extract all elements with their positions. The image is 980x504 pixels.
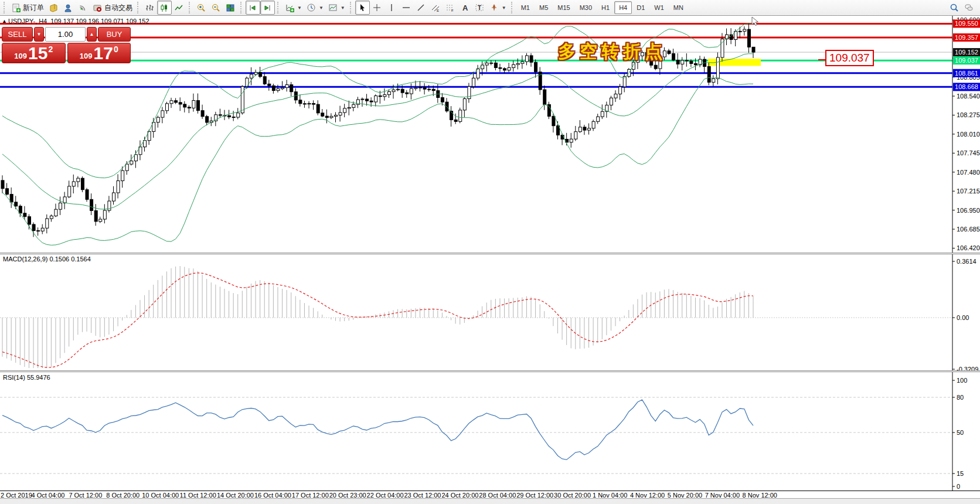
price-level-callout[interactable]: 109.037 bbox=[825, 50, 874, 66]
search-button[interactable] bbox=[947, 1, 962, 15]
collapse-trade-panel-arrow[interactable]: ▲ bbox=[2, 18, 7, 24]
vline-button[interactable] bbox=[384, 1, 399, 15]
time-axis[interactable]: 2 Oct 20194 Oct 04:007 Oct 12:008 Oct 20… bbox=[0, 491, 980, 498]
chart-shift-button[interactable] bbox=[260, 1, 275, 15]
svg-text:15: 15 bbox=[957, 470, 964, 477]
line-chart-button[interactable] bbox=[172, 1, 186, 15]
buy-price-big: 17 bbox=[94, 45, 113, 62]
sell-price-sup: 2 bbox=[48, 45, 53, 54]
svg-text:107.745: 107.745 bbox=[957, 149, 980, 156]
svg-text:0.3614: 0.3614 bbox=[957, 258, 976, 265]
dropdown-caret-icon: ▼ bbox=[297, 5, 302, 11]
sell-price-big: 15 bbox=[28, 45, 47, 62]
cursor-icon bbox=[358, 3, 368, 13]
timeframe-button-m15[interactable]: M15 bbox=[553, 1, 574, 14]
toolbar-group-trade: 新订单自动交易 bbox=[9, 1, 135, 15]
zoom-in-icon bbox=[196, 3, 206, 13]
svg-text:0: 0 bbox=[957, 483, 960, 490]
buy-price-tile[interactable]: 109 17 0 bbox=[67, 43, 131, 63]
bar-chart-button[interactable] bbox=[142, 1, 157, 15]
trendline-button[interactable] bbox=[414, 1, 428, 15]
arrows-button[interactable]: ▼ bbox=[487, 1, 509, 15]
signals-button[interactable] bbox=[76, 1, 90, 15]
svg-text:106.685: 106.685 bbox=[957, 226, 980, 233]
autoscroll-button[interactable] bbox=[246, 1, 260, 15]
dropdown-caret-icon: ▼ bbox=[341, 5, 345, 11]
candle-chart-button[interactable] bbox=[157, 1, 172, 15]
new-order-icon bbox=[11, 3, 21, 13]
timeframe-button-m5[interactable]: M5 bbox=[535, 1, 553, 14]
label-icon: T bbox=[475, 3, 485, 13]
label-button[interactable]: T bbox=[472, 1, 487, 15]
svg-text:107.215: 107.215 bbox=[957, 188, 980, 195]
volume-input[interactable]: 1.00 bbox=[45, 27, 86, 42]
dropdown-caret-icon: ▼ bbox=[319, 5, 324, 11]
svg-text:109.550: 109.550 bbox=[955, 20, 978, 27]
svg-text:T: T bbox=[478, 5, 481, 11]
svg-text:108.010: 108.010 bbox=[957, 131, 980, 138]
candle-chart-icon bbox=[159, 3, 169, 13]
volume-increase-button[interactable]: ▲ bbox=[87, 27, 97, 42]
tile-windows-icon bbox=[226, 3, 236, 13]
svg-text:80: 80 bbox=[957, 394, 964, 401]
autotrade-icon bbox=[93, 3, 103, 13]
template-button[interactable]: ▼ bbox=[326, 1, 348, 15]
template-icon bbox=[328, 3, 338, 13]
sell-price-base: 109 bbox=[14, 52, 27, 60]
new-order-button-label: 新订单 bbox=[23, 3, 44, 13]
svg-text:106.420: 106.420 bbox=[957, 244, 980, 251]
buy-button[interactable]: BUY bbox=[98, 27, 131, 42]
hline-icon bbox=[401, 3, 411, 13]
rsi-pane[interactable]: 1008050150 bbox=[0, 372, 980, 491]
volume-decrease-button[interactable]: ▼ bbox=[34, 27, 44, 42]
tile-windows-button[interactable] bbox=[223, 1, 238, 15]
toolbar-group-objects: EFAT▼ bbox=[355, 1, 509, 15]
macd-pane[interactable]: 0.36140.00-0.3209 bbox=[0, 254, 980, 370]
journal-button[interactable] bbox=[46, 1, 61, 15]
zoom-in-button[interactable] bbox=[194, 1, 209, 15]
autotrade-button[interactable]: 自动交易 bbox=[90, 1, 135, 15]
timeframe-button-w1[interactable]: W1 bbox=[649, 1, 669, 14]
autoscroll-icon bbox=[248, 3, 258, 13]
new-order-button[interactable]: 新订单 bbox=[9, 1, 46, 15]
timeframe-button-mn[interactable]: MN bbox=[669, 1, 688, 14]
crosshair-button[interactable] bbox=[370, 1, 384, 15]
bar-chart-icon bbox=[145, 3, 155, 13]
trendline-icon bbox=[416, 3, 426, 13]
community-button[interactable] bbox=[61, 1, 76, 15]
timeframe-button-m30[interactable]: M30 bbox=[575, 1, 597, 14]
one-click-trading-panel: SELL ▼ 1.00 ▲ BUY 109 15 2 109 17 0 bbox=[2, 27, 131, 63]
buy-price-sup: 0 bbox=[114, 45, 118, 54]
chart-annotation-text[interactable]: 多空转折点 bbox=[558, 40, 666, 64]
svg-text:F: F bbox=[451, 9, 454, 12]
chat-icon bbox=[964, 3, 974, 13]
timeframe-button-d1[interactable]: D1 bbox=[632, 1, 649, 14]
profiles-button[interactable]: ▼ bbox=[304, 1, 326, 15]
svg-text:-0.3209: -0.3209 bbox=[957, 366, 978, 370]
crosshair-icon bbox=[372, 3, 382, 13]
new-chart-button[interactable]: ▼ bbox=[283, 1, 304, 15]
hline-button[interactable] bbox=[399, 1, 414, 15]
buy-price-base: 109 bbox=[80, 52, 93, 60]
text-button[interactable]: A bbox=[458, 1, 472, 15]
timeframe-button-h1[interactable]: H1 bbox=[597, 1, 614, 14]
chat-button[interactable] bbox=[962, 1, 976, 15]
sell-price-tile[interactable]: 109 15 2 bbox=[2, 43, 66, 63]
svg-text:107.480: 107.480 bbox=[957, 169, 980, 176]
timeframe-button-m1[interactable]: M1 bbox=[516, 1, 535, 14]
text-icon: A bbox=[460, 3, 470, 13]
vline-icon bbox=[387, 3, 397, 13]
status-bar bbox=[0, 498, 980, 504]
macd-indicator-label: MACD(12,26,9) 0.1506 0.1564 bbox=[3, 256, 91, 263]
channel-button[interactable]: E bbox=[428, 1, 443, 15]
chart-shift-icon bbox=[263, 3, 273, 13]
cursor-button[interactable] bbox=[355, 1, 370, 15]
zoom-out-button[interactable] bbox=[209, 1, 223, 15]
community-icon bbox=[63, 3, 73, 13]
toolbar-grip bbox=[4, 2, 6, 13]
new-chart-icon bbox=[285, 3, 295, 13]
timeframe-button-h4[interactable]: H4 bbox=[614, 1, 632, 14]
sell-button[interactable]: SELL bbox=[2, 27, 33, 42]
svg-text:108.275: 108.275 bbox=[957, 111, 980, 118]
fibo-button[interactable]: F bbox=[443, 1, 458, 15]
